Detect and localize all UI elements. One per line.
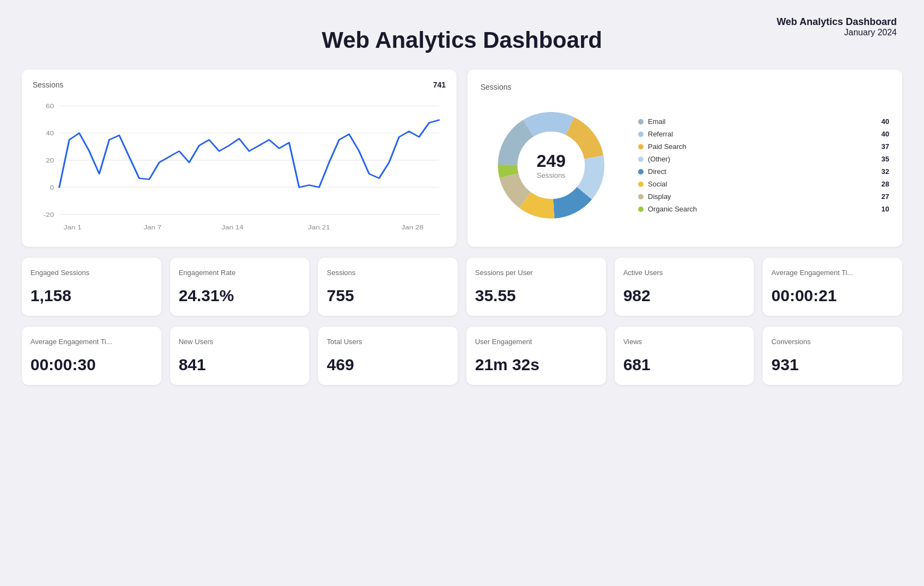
donut-center: 249 Sessions — [536, 151, 565, 179]
metric-label: New Users — [179, 338, 301, 346]
line-chart-title: Sessions — [33, 80, 64, 89]
line-chart-container: 60 40 20 0 -20 Jan 1 Jan 7 Jan 14 Jan 21… — [33, 95, 446, 236]
legend-left: Direct — [638, 167, 666, 176]
legend-value: 10 — [882, 205, 889, 213]
top-right-header: Web Analytics Dashboard January 2024 — [777, 16, 897, 38]
metric-label: Average Engagement Ti... — [30, 338, 153, 346]
metric-value: 35.55 — [475, 286, 597, 305]
svg-text:0: 0 — [50, 184, 54, 191]
svg-text:-20: -20 — [43, 211, 54, 219]
svg-text:Jan 1: Jan 1 — [64, 223, 82, 230]
legend-dot — [638, 132, 644, 137]
metric-value: 841 — [179, 356, 301, 374]
line-chart-svg: 60 40 20 0 -20 Jan 1 Jan 7 Jan 14 Jan 21… — [33, 95, 446, 236]
legend-name: (Other) — [648, 155, 670, 163]
charts-row: Sessions 741 60 40 20 0 -20 Jan 1 Jan 7 … — [22, 70, 902, 247]
legend-value: 28 — [882, 180, 889, 188]
legend-left: (Other) — [638, 155, 670, 163]
metric-value: 24.31% — [179, 286, 301, 305]
legend-dot — [638, 144, 644, 149]
legend-name: Organic Search — [648, 205, 697, 213]
sessions-line-chart-card: Sessions 741 60 40 20 0 -20 Jan 1 Jan 7 … — [22, 70, 457, 247]
svg-text:20: 20 — [46, 157, 54, 164]
metric-value: 755 — [327, 286, 449, 305]
donut-center-value: 249 — [536, 151, 565, 171]
legend-item: Direct 32 — [638, 167, 889, 176]
legend-value: 27 — [882, 192, 889, 201]
metric-label: Active Users — [623, 269, 746, 277]
donut-chart-title: Sessions — [480, 83, 889, 91]
metric-label: Views — [623, 338, 746, 346]
svg-text:Jan 21: Jan 21 — [308, 223, 330, 230]
metric-label: Sessions — [327, 269, 449, 277]
legend-item: (Other) 35 — [638, 155, 889, 163]
metric-value: 931 — [771, 356, 894, 374]
top-title: Web Analytics Dashboard — [777, 16, 897, 28]
metric-card: Average Engagement Ti... 00:00:30 — [22, 327, 161, 385]
metric-value: 21m 32s — [475, 356, 597, 374]
metric-card: Sessions per User 35.55 — [466, 258, 606, 316]
legend-dot — [638, 182, 644, 187]
legend-name: Direct — [648, 167, 666, 176]
svg-text:Jan 28: Jan 28 — [401, 223, 423, 230]
legend-left: Display — [638, 192, 671, 201]
metric-value: 469 — [327, 356, 449, 374]
metric-card: User Engagement 21m 32s — [466, 327, 606, 385]
metric-value: 681 — [623, 356, 746, 374]
metric-label: Engagement Rate — [179, 269, 301, 277]
metric-card: Engagement Rate 24.31% — [170, 258, 310, 316]
line-chart-value: 741 — [433, 80, 446, 89]
metrics-row-1: Engaged Sessions 1,158 Engagement Rate 2… — [22, 258, 902, 316]
legend-left: Email — [638, 117, 666, 126]
metric-card: Conversions 931 — [763, 327, 902, 385]
legend-item: Organic Search 10 — [638, 205, 889, 213]
metric-card: Sessions 755 — [318, 258, 458, 316]
legend-name: Email — [648, 117, 666, 126]
chart-header: Sessions 741 — [33, 80, 446, 89]
page-title: Web Analytics Dashboard — [22, 27, 902, 53]
metric-value: 1,158 — [30, 286, 153, 305]
legend-name: Display — [648, 192, 671, 201]
donut-center-label: Sessions — [536, 171, 565, 179]
legend-value: 35 — [882, 155, 889, 163]
metric-label: Engaged Sessions — [30, 269, 153, 277]
metric-label: User Engagement — [475, 338, 597, 346]
legend-dot — [638, 194, 644, 200]
legend-name: Social — [648, 180, 667, 188]
legend-left: Paid Search — [638, 142, 686, 151]
legend-dot — [638, 119, 644, 124]
top-subtitle: January 2024 — [777, 28, 897, 38]
legend-left: Organic Search — [638, 205, 697, 213]
legend-item: Email 40 — [638, 117, 889, 126]
metric-label: Average Engagement Ti... — [771, 269, 894, 277]
legend-item: Display 27 — [638, 192, 889, 201]
legend-value: 40 — [882, 117, 889, 126]
metric-label: Conversions — [771, 338, 894, 346]
svg-text:60: 60 — [46, 103, 54, 110]
metric-card: Total Users 469 — [318, 327, 458, 385]
metric-card: Views 681 — [615, 327, 754, 385]
legend-dot — [638, 157, 644, 162]
donut-legend: Email 40 Referral 40 Paid Search 37 (Oth… — [638, 117, 889, 213]
svg-text:40: 40 — [46, 130, 54, 137]
legend-item: Referral 40 — [638, 130, 889, 138]
legend-left: Referral — [638, 130, 673, 138]
legend-item: Paid Search 37 — [638, 142, 889, 151]
legend-value: 40 — [882, 130, 889, 138]
legend-value: 32 — [882, 167, 889, 176]
legend-name: Referral — [648, 130, 673, 138]
svg-text:Jan 14: Jan 14 — [222, 223, 244, 230]
metric-card: Active Users 982 — [615, 258, 754, 316]
metric-value: 00:00:30 — [30, 356, 153, 374]
metrics-row-2: Average Engagement Ti... 00:00:30 New Us… — [22, 327, 902, 385]
legend-dot — [638, 169, 644, 174]
legend-name: Paid Search — [648, 142, 686, 151]
metric-label: Sessions per User — [475, 269, 597, 277]
metric-value: 982 — [623, 286, 746, 305]
svg-text:Jan 7: Jan 7 — [143, 223, 161, 230]
legend-value: 37 — [882, 142, 889, 151]
donut-card-inner: 249 Sessions Email 40 Referral 40 Paid S… — [480, 100, 889, 230]
donut-container: 249 Sessions — [480, 100, 622, 230]
metric-card: Engaged Sessions 1,158 — [22, 258, 161, 316]
metric-label: Total Users — [327, 338, 449, 346]
